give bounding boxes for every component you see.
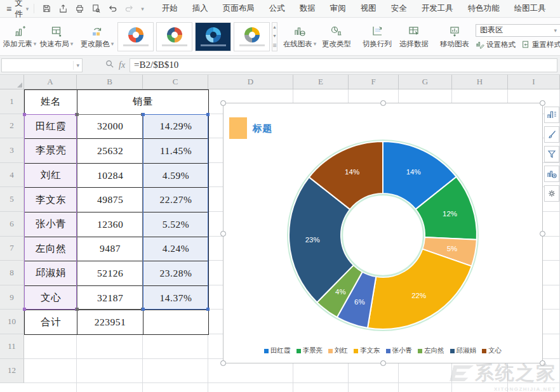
resize-handle[interactable] [380, 100, 386, 106]
cell-sales-header[interactable]: 销量 [77, 90, 209, 115]
chart-style-2[interactable] [156, 22, 192, 51]
row-header-9[interactable]: 9 [0, 285, 24, 310]
cell-pct-row7[interactable]: 4.24% [143, 237, 209, 262]
row-header-8[interactable]: 8 [0, 261, 24, 285]
cell-pct-row8[interactable]: 23.28% [143, 261, 209, 286]
cell-name-row3[interactable]: 李景亮 [25, 139, 77, 164]
online-chart-button[interactable]: 在线图表▾ [281, 25, 318, 49]
row-header-6[interactable]: 6 [0, 212, 24, 237]
chart-filter-button[interactable] [544, 146, 559, 162]
undo-button[interactable] [108, 4, 117, 13]
reset-style-button[interactable]: 重置样式 [521, 40, 560, 49]
column-header-E[interactable]: E [293, 75, 349, 89]
chart-style-3[interactable] [195, 22, 231, 51]
select-data-button[interactable]: 选择数据 [396, 25, 432, 49]
column-header-A[interactable]: A [24, 75, 77, 89]
cell-pct-row2[interactable]: 14.29% [143, 115, 209, 140]
cell-sales-row8[interactable]: 52126 [77, 261, 143, 286]
cell-name-row4[interactable]: 刘红 [25, 164, 77, 188]
legend-item-文心[interactable]: 文心 [482, 346, 502, 355]
column-header-F[interactable]: F [349, 75, 399, 89]
chart-area[interactable]: 标题 14%12%5%22%6%4%23%14% 田红霞李景亮刘红李文东张小青左… [223, 103, 543, 363]
legend-item-刘红[interactable]: 刘红 [328, 346, 348, 355]
cell-sales-row7[interactable]: 9487 [77, 237, 143, 262]
row-header-10[interactable]: 10 [0, 310, 24, 334]
resize-handle[interactable] [540, 231, 545, 237]
cell-sales-row6[interactable]: 12360 [77, 212, 143, 237]
print-preview-button[interactable] [91, 4, 101, 13]
switch-row-column-button[interactable]: 切换行列 [359, 25, 396, 49]
fx-icon[interactable]: fx [119, 60, 125, 70]
cell-name-row8[interactable]: 邱淑娟 [25, 261, 77, 286]
legend-item-李景亮[interactable]: 李景亮 [297, 346, 323, 355]
resize-handle[interactable] [220, 360, 226, 366]
cell-sales-row2[interactable]: 32000 [77, 115, 143, 140]
cell-name-row2[interactable]: 田红霞 [25, 115, 77, 140]
cell-pct-row6[interactable]: 5.52% [143, 212, 209, 237]
cell-name-header[interactable]: 姓名 [25, 90, 77, 115]
chart-settings-button[interactable] [544, 185, 559, 202]
menu-tab-2[interactable]: 插入 [192, 3, 208, 14]
row-header-5[interactable]: 5 [0, 187, 24, 212]
column-header-C[interactable]: C [143, 75, 208, 89]
save-button[interactable] [42, 4, 51, 13]
resize-handle[interactable] [540, 360, 545, 366]
cell-name-row6[interactable]: 张小青 [25, 212, 77, 237]
export-button[interactable] [58, 4, 68, 13]
change-type-button[interactable]: 更改类型 [318, 25, 355, 49]
row-header-3[interactable]: 3 [0, 138, 24, 163]
quick-layout-button[interactable]: 快速布局▾ [38, 25, 75, 49]
file-menu[interactable]: ≡ 文件 ▾ [5, 0, 34, 20]
cell-sales-row9[interactable]: 32187 [77, 286, 143, 311]
change-color-button[interactable]: 更改颜色▾ [79, 25, 116, 49]
menu-tab-8[interactable]: 安全 [391, 3, 407, 14]
set-format-button[interactable]: 设置格式 [476, 40, 516, 49]
chart-elements-button[interactable] [544, 107, 559, 123]
menu-tab-11[interactable]: 绘图工具 [514, 3, 546, 14]
cell-pct-row9[interactable]: 14.37% [143, 286, 209, 311]
gallery-scroll-buttons[interactable]: ▲▼☰ [272, 22, 277, 51]
chart-title[interactable]: 标题 [253, 122, 272, 134]
cell-pct-row3[interactable]: 11.45% [143, 139, 209, 164]
donut-chart[interactable]: 14%12%5%22%6%4%23%14% [281, 134, 484, 337]
menu-tab-10[interactable]: 特色功能 [468, 3, 500, 14]
move-chart-button[interactable]: 移动图表 [436, 25, 473, 49]
chart-style-4[interactable] [234, 22, 270, 51]
menu-tab-1[interactable]: 开始 [162, 3, 178, 14]
resize-handle[interactable] [220, 100, 226, 106]
row-header-2[interactable]: 2 [0, 114, 24, 139]
cell-total-value[interactable]: 223951 [77, 310, 143, 335]
cell-sales-row5[interactable]: 49875 [77, 188, 143, 212]
row-header-7[interactable]: 7 [0, 237, 24, 261]
column-header-D[interactable]: D [208, 75, 293, 89]
cell-pct-row4[interactable]: 4.59% [143, 164, 209, 188]
cell-total-pct[interactable] [143, 310, 209, 335]
column-header-I[interactable]: I [508, 75, 560, 89]
chart-data-button[interactable] [544, 166, 559, 182]
print-button[interactable] [75, 4, 84, 13]
cell-total-label[interactable]: 合计 [25, 310, 77, 335]
legend-item-左向然[interactable]: 左向然 [418, 346, 444, 355]
menu-tab-3[interactable]: 页面布局 [223, 3, 255, 14]
legend-item-李文东[interactable]: 李文东 [354, 346, 380, 355]
cell-name-row9[interactable]: 文心 [25, 286, 77, 311]
chart-style-button[interactable] [544, 126, 559, 143]
resize-handle[interactable] [380, 360, 386, 366]
formula-input[interactable]: =B2/$B$10 [130, 58, 557, 72]
legend-item-田红霞[interactable]: 田红霞 [264, 346, 291, 355]
column-header-G[interactable]: G [399, 75, 452, 89]
redo-button[interactable] [124, 4, 134, 13]
menu-tab-4[interactable]: 公式 [269, 3, 285, 14]
cell-name-row5[interactable]: 李文东 [25, 188, 77, 212]
menu-tab-9[interactable]: 开发工具 [422, 3, 453, 14]
resize-handle[interactable] [540, 100, 545, 106]
row-header-1[interactable]: 1 [0, 89, 24, 114]
menu-tab-6[interactable]: 审阅 [330, 3, 346, 14]
row-header-11[interactable]: 11 [0, 334, 24, 359]
column-header-H[interactable]: H [452, 75, 508, 89]
name-box[interactable]: ▾ [1, 58, 83, 72]
column-header-B[interactable]: B [77, 75, 143, 89]
magnifier-icon[interactable] [105, 59, 114, 71]
cell-pct-row5[interactable]: 22.27% [143, 188, 209, 212]
row-header-4[interactable]: 4 [0, 163, 24, 188]
